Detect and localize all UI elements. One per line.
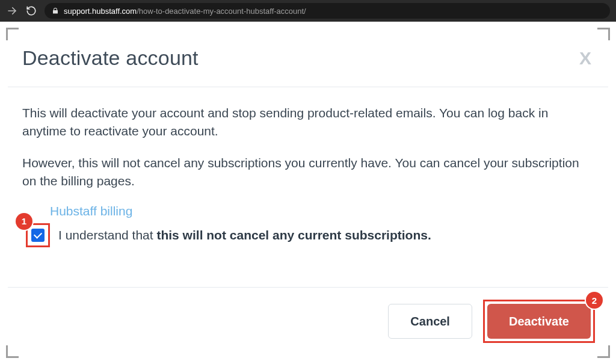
- body-paragraph-2: However, this will not cancel any subscr…: [22, 154, 594, 191]
- confirm-row: 1 I understand that this will not cancel…: [26, 223, 594, 247]
- deactivate-button[interactable]: Deactivate: [487, 304, 591, 339]
- modal-body: This will deactivate your account and st…: [8, 87, 608, 287]
- browser-chrome: support.hubstaff.com/how-to-deactivate-m…: [0, 0, 616, 22]
- hubstaff-billing-link[interactable]: Hubstaff billing: [50, 204, 132, 218]
- confirm-prefix: I understand that: [58, 228, 156, 242]
- url-path: /how-to-deactivate-my-account-hubstaff-a…: [137, 7, 306, 16]
- address-bar[interactable]: support.hubstaff.com/how-to-deactivate-m…: [45, 3, 610, 19]
- forward-arrow-icon[interactable]: [6, 5, 18, 17]
- confirm-text: I understand that this will not cancel a…: [58, 228, 431, 242]
- close-icon[interactable]: X: [577, 49, 594, 67]
- url-host: support.hubstaff.com: [64, 7, 137, 16]
- annotation-marker-2: 2: [586, 292, 603, 309]
- body-paragraph-1: This will deactivate your account and st…: [22, 104, 594, 141]
- confirm-checkbox-highlight: 1: [26, 223, 50, 247]
- confirm-strong: this will not cancel any current subscri…: [156, 228, 431, 242]
- page-area: Deactivate account X This will deactivat…: [0, 22, 616, 364]
- confirm-checkbox[interactable]: [31, 229, 45, 242]
- deactivate-button-highlight: 2 Deactivate: [483, 300, 595, 343]
- deactivate-modal: Deactivate account X This will deactivat…: [7, 29, 609, 357]
- annotation-marker-1: 1: [16, 213, 32, 230]
- cancel-button[interactable]: Cancel: [388, 304, 472, 339]
- modal-title: Deactivate account: [22, 46, 199, 70]
- modal-footer: Cancel 2 Deactivate: [8, 287, 608, 356]
- lock-icon: [52, 7, 59, 14]
- check-icon: [34, 230, 42, 238]
- reload-icon[interactable]: [25, 5, 37, 17]
- modal-header: Deactivate account X: [8, 29, 608, 87]
